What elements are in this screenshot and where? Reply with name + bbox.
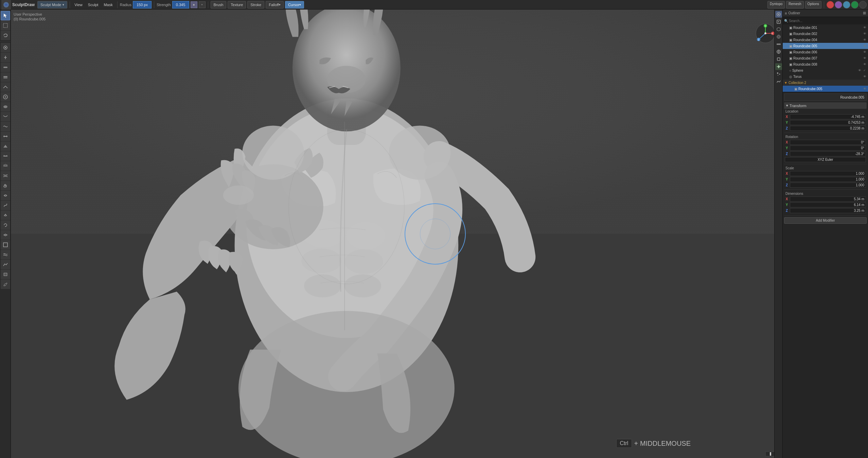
outliner-item-4-active[interactable]: ▣ Roundcube.005 👁 <box>783 43 868 49</box>
outliner-search-input[interactable] <box>789 19 867 23</box>
rot-y-input[interactable] <box>790 146 866 151</box>
render-icon4[interactable] <box>851 1 858 9</box>
dim-z-input[interactable] <box>790 208 866 213</box>
loc-z-input[interactable] <box>790 126 866 131</box>
render-icon[interactable] <box>827 1 834 9</box>
outliner-vis-3[interactable]: 👁 <box>863 38 867 41</box>
cursor-btn[interactable]: Cursor ▾ <box>285 1 304 9</box>
tool-multiplane[interactable] <box>1 161 10 171</box>
options-btn[interactable]: Options <box>805 1 821 9</box>
tool-simplify[interactable] <box>1 260 10 269</box>
tool-clay-strips[interactable] <box>1 72 10 82</box>
menu-mask[interactable]: Mask <box>102 2 114 7</box>
tool-fill[interactable] <box>1 141 10 151</box>
tool-rotate[interactable] <box>1 220 10 230</box>
radius-input[interactable] <box>133 1 152 9</box>
rsi-view[interactable] <box>775 33 782 40</box>
stroke-btn[interactable]: Stroke <box>247 1 264 9</box>
remesh-btn[interactable]: Remesh <box>786 1 803 9</box>
tool-elastic[interactable] <box>1 191 10 200</box>
tool-flatten[interactable] <box>1 132 10 141</box>
render-icon2[interactable] <box>835 1 842 9</box>
loc-y-input[interactable] <box>790 120 866 125</box>
rsi-modifier[interactable] <box>775 63 782 70</box>
rsi-output[interactable] <box>775 26 782 33</box>
outliner-item-3[interactable]: ▣ Roundcube.004 👁 <box>783 37 868 43</box>
outliner-vis-1[interactable]: 👁 <box>863 26 867 29</box>
outliner-item-2[interactable]: ▣ Roundcube.002 👁 <box>783 31 868 37</box>
transform-section-header[interactable]: ▾ Transform <box>784 102 867 109</box>
falloff-btn[interactable]: Falloff ▾ <box>266 1 284 9</box>
outliner-vis-11[interactable]: 👁 <box>863 87 867 90</box>
tool-select[interactable] <box>1 11 10 20</box>
outliner-item-5[interactable]: ▣ Roundcube.006 👁 <box>783 49 868 55</box>
outliner-item-7[interactable]: ▣ Roundcube.008 👁 <box>783 61 868 67</box>
tool-thumb[interactable] <box>1 210 10 220</box>
tool-clay[interactable] <box>1 63 10 72</box>
outliner-item-11[interactable]: ▣ Roundcube.005 👁 <box>783 86 868 92</box>
rot-mode-input[interactable]: XYZ Euler <box>785 157 866 162</box>
outliner-check-sphere[interactable]: ✓ <box>863 69 867 72</box>
render-icon3[interactable] <box>843 1 850 9</box>
rsi-render[interactable] <box>775 18 782 25</box>
tool-smooth[interactable] <box>1 122 10 131</box>
tool-scrape[interactable] <box>1 151 10 161</box>
dyntopo-btn[interactable]: Dyntopo <box>767 1 785 9</box>
tool-draw-sharp[interactable] <box>1 53 10 62</box>
tool-draw[interactable] <box>1 43 10 52</box>
scale-x-input[interactable] <box>790 171 866 176</box>
tool-annotate[interactable] <box>1 279 10 289</box>
outliner-vis-7[interactable]: 👁 <box>863 63 867 66</box>
outliner-vis-torus[interactable]: 👁 <box>863 75 867 78</box>
menu-view[interactable]: View <box>72 2 85 7</box>
rsi-object[interactable] <box>775 56 782 63</box>
toggle-1[interactable]: ■ <box>191 1 197 8</box>
brush-btn[interactable]: Brush <box>211 1 227 9</box>
render-icon5[interactable] <box>859 1 867 9</box>
tool-lasso[interactable] <box>1 31 10 40</box>
tool-grab[interactable] <box>1 181 10 190</box>
rot-x-input[interactable] <box>790 140 866 145</box>
tool-inflate[interactable] <box>1 92 10 102</box>
tool-cloth[interactable] <box>1 250 10 259</box>
outliner-item-6[interactable]: ▣ Roundcube.007 👁 <box>783 55 868 61</box>
tool-mask[interactable] <box>1 270 10 279</box>
rsi-world[interactable] <box>775 48 782 55</box>
tool-boundary[interactable] <box>1 240 10 250</box>
mode-selector[interactable]: Sculpt Mode ▾ <box>37 1 67 9</box>
tool-box-select[interactable] <box>1 21 10 30</box>
outliner-vis-6[interactable]: 👁 <box>863 56 867 60</box>
loc-x-input[interactable] <box>790 114 866 119</box>
tool-pinch[interactable] <box>1 171 10 181</box>
tool-crease[interactable] <box>1 112 10 121</box>
tool-blob[interactable] <box>1 102 10 112</box>
rsi-scene[interactable] <box>775 11 782 18</box>
rsi-scene2[interactable] <box>775 41 782 48</box>
rsi-physics[interactable] <box>775 78 782 85</box>
dim-y-input[interactable] <box>790 202 866 207</box>
main-viewport[interactable]: User Perspective (0) Roundcube.005 X Y Z… <box>11 10 782 458</box>
outliner-vis-sphere[interactable]: 👁 <box>857 69 862 72</box>
tool-snake-hook[interactable] <box>1 201 10 210</box>
scale-z-row: Z <box>784 182 867 188</box>
outliner-item-collection2[interactable]: ▼ Collection 2 <box>783 80 868 86</box>
outliner-vis-5[interactable]: 👁 <box>863 50 867 54</box>
outliner-vis-4[interactable]: 👁 <box>863 44 867 48</box>
rot-z-input[interactable] <box>790 151 866 156</box>
menu-sculpt[interactable]: Sculpt <box>86 2 101 7</box>
tool-slide-relax[interactable] <box>1 230 10 240</box>
outliner-filter-icon[interactable]: ⊞ <box>863 11 866 15</box>
outliner-item-sphere[interactable]: ○ Sphere 👁 ✓ <box>783 67 868 73</box>
strength-input[interactable] <box>172 1 189 9</box>
scale-y-input[interactable] <box>790 177 866 182</box>
rsi-particles[interactable] <box>775 71 782 78</box>
outliner-item-1[interactable]: ▣ Roundcube.001 👁 <box>783 24 868 31</box>
dim-x-input[interactable] <box>790 197 866 202</box>
outliner-vis-2[interactable]: 👁 <box>863 32 867 35</box>
scale-z-input[interactable] <box>790 183 866 188</box>
outliner-item-torus[interactable]: ◎ Torus 👁 <box>783 73 868 80</box>
add-modifier-btn[interactable]: Add Modifier <box>784 217 867 224</box>
toggle-2[interactable]: + <box>199 1 206 8</box>
tool-layer[interactable] <box>1 82 10 92</box>
texture-btn[interactable]: Texture <box>228 1 246 9</box>
